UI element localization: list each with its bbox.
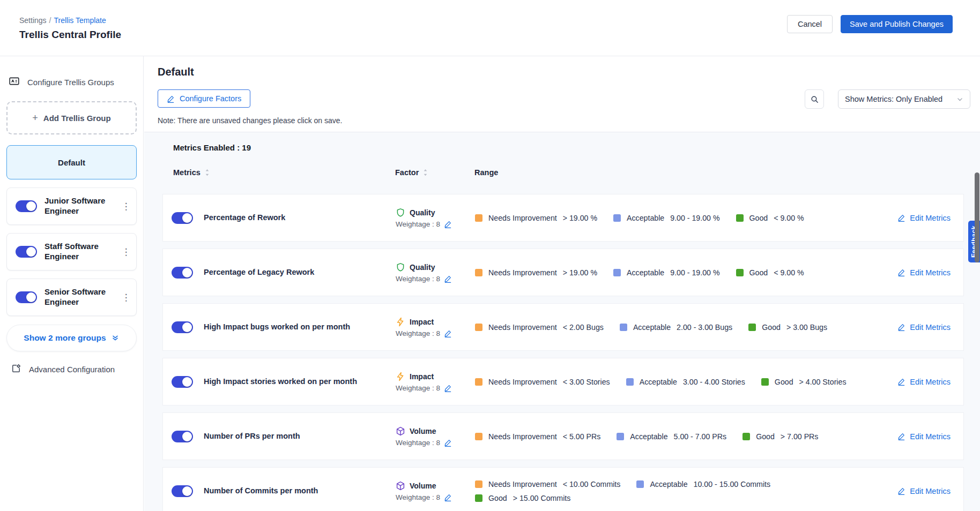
weightage-label: Weightage : 8 xyxy=(396,220,440,228)
metrics-table-area: Metrics Enabled : 19 Metrics Factor Rang… xyxy=(144,132,980,511)
group-name: Junior Software Engineer xyxy=(44,196,113,216)
kebab-menu-icon[interactable]: ⋮ xyxy=(120,202,132,211)
edit-metrics-link[interactable]: Edit Metrics xyxy=(897,432,951,441)
sort-factor-icon[interactable] xyxy=(423,169,428,176)
edit-metrics-link[interactable]: Edit Metrics xyxy=(897,268,951,277)
edit-metrics-link[interactable]: Edit Metrics xyxy=(897,487,951,495)
range-label: Needs Improvement xyxy=(488,480,557,489)
edit-weightage-icon[interactable] xyxy=(444,275,452,283)
range-chip-acceptable: Acceptable10.00 - 15.00 Commits xyxy=(636,480,770,489)
metric-name: Number of Commits per month xyxy=(204,486,318,496)
metric-toggle[interactable] xyxy=(172,212,193,224)
add-trellis-group-button[interactable]: + Add Trellis Group xyxy=(6,101,137,134)
plus-icon: + xyxy=(32,112,38,124)
impact-icon xyxy=(396,372,405,381)
vertical-scrollbar[interactable] xyxy=(975,172,979,262)
advanced-configuration-label: Advanced Configuration xyxy=(29,365,115,374)
quality-icon xyxy=(396,262,405,272)
acceptable-swatch xyxy=(626,378,634,386)
metric-name: High Impact stories worked on per month xyxy=(204,377,357,387)
needs_improvement-swatch xyxy=(475,433,482,440)
configure-factors-button[interactable]: Configure Factors xyxy=(158,89,250,108)
edit-weightage-icon[interactable] xyxy=(444,329,452,337)
edit-metrics-link[interactable]: Edit Metrics xyxy=(897,378,951,386)
range-label: Acceptable xyxy=(640,378,677,386)
search-button[interactable] xyxy=(805,89,824,109)
show-metrics-dropdown[interactable]: Show Metrics: Only Enabled xyxy=(838,89,970,109)
range-label: Good xyxy=(488,494,507,502)
edit-weightage-icon[interactable] xyxy=(444,493,452,501)
sidebar-group-card[interactable]: Senior Software Engineer ⋮ xyxy=(6,279,137,316)
edit-metrics-link[interactable]: Edit Metrics xyxy=(897,323,951,332)
needs_improvement-swatch xyxy=(475,324,482,331)
metric-toggle[interactable] xyxy=(172,267,193,279)
acceptable-swatch xyxy=(613,269,621,276)
range-value: > 3.00 Bugs xyxy=(786,323,827,332)
column-metrics: Metrics xyxy=(173,168,201,177)
range-chip-needs_improvement: Needs Improvement< 5.00 PRs xyxy=(475,432,600,441)
range-label: Needs Improvement xyxy=(488,268,557,277)
range-value: < 5.00 PRs xyxy=(563,432,601,441)
range-chip-good: Good> 4.00 Stories xyxy=(761,378,847,386)
volume-icon xyxy=(396,426,405,436)
range-value: > 7.00 PRs xyxy=(781,432,819,441)
range-chip-needs_improvement: Needs Improvement< 3.00 Stories xyxy=(475,378,610,386)
range-value: < 10.00 Commits xyxy=(563,480,621,489)
group-list: Junior Software Engineer ⋮ Staff Softwar… xyxy=(6,187,137,316)
group-toggle[interactable] xyxy=(16,291,37,303)
edit-metrics-label: Edit Metrics xyxy=(910,378,951,386)
factor-name: Quality xyxy=(410,263,435,272)
range-value: < 9.00 % xyxy=(774,214,804,222)
metric-toggle[interactable] xyxy=(172,321,193,333)
range-cell: Needs Improvement< 3.00 StoriesAcceptabl… xyxy=(475,378,882,386)
range-value: > 19.00 % xyxy=(563,268,597,277)
edit-weightage-icon[interactable] xyxy=(444,384,452,392)
edit-metrics-label: Edit Metrics xyxy=(910,487,951,495)
edit-metrics-label: Edit Metrics xyxy=(910,268,951,277)
range-value: 10.00 - 15.00 Commits xyxy=(694,480,771,489)
kebab-menu-icon[interactable]: ⋮ xyxy=(120,293,132,302)
weightage-label: Weightage : 8 xyxy=(396,275,440,283)
range-label: Good xyxy=(762,323,781,332)
show-more-groups-button[interactable]: Show 2 more groups xyxy=(6,325,137,351)
kebab-menu-icon[interactable]: ⋮ xyxy=(120,247,132,257)
metric-name: Percentage of Rework xyxy=(204,213,285,223)
good-swatch xyxy=(475,494,482,502)
edit-weightage-icon[interactable] xyxy=(444,220,452,228)
range-chip-needs_improvement: Needs Improvement< 2.00 Bugs xyxy=(475,323,604,332)
range-label: Acceptable xyxy=(627,268,664,277)
impact-icon xyxy=(396,317,405,327)
group-toggle[interactable] xyxy=(16,200,37,212)
sidebar-group-card[interactable]: Junior Software Engineer ⋮ xyxy=(6,187,137,225)
edit-metrics-label: Edit Metrics xyxy=(910,214,951,222)
weightage-label: Weightage : 8 xyxy=(396,384,440,392)
range-chip-good: Good> 3.00 Bugs xyxy=(748,323,827,332)
sort-metrics-icon[interactable] xyxy=(205,169,210,176)
range-cell: Needs Improvement> 19.00 %Acceptable9.00… xyxy=(475,214,882,222)
acceptable-swatch xyxy=(617,433,624,440)
range-value: < 9.00 % xyxy=(774,268,804,277)
metric-toggle[interactable] xyxy=(172,485,193,497)
sidebar-section-title: Configure Trellis Groups xyxy=(27,78,114,87)
cancel-button[interactable]: Cancel xyxy=(787,15,833,33)
edit-weightage-icon[interactable] xyxy=(444,439,452,447)
table-row: Number of Commits per month Volume Weigh… xyxy=(162,467,964,511)
range-chip-good: Good< 9.00 % xyxy=(736,268,804,277)
acceptable-swatch xyxy=(636,480,644,488)
range-cell: Needs Improvement> 19.00 %Acceptable9.00… xyxy=(475,268,882,277)
breadcrumb-settings[interactable]: Settings xyxy=(19,16,47,25)
edit-metrics-link[interactable]: Edit Metrics xyxy=(897,214,951,222)
metric-toggle[interactable] xyxy=(172,376,193,388)
breadcrumb-trellis-template[interactable]: Trellis Template xyxy=(54,16,106,25)
table-row: Percentage of Legacy Rework Quality Weig… xyxy=(162,249,964,296)
metric-name: Number of PRs per month xyxy=(204,431,300,441)
metric-toggle[interactable] xyxy=(172,431,193,442)
sidebar-item-default[interactable]: Default xyxy=(6,145,137,179)
range-label: Good xyxy=(749,214,768,222)
range-chip-acceptable: Acceptable9.00 - 19.00 % xyxy=(613,268,719,277)
group-toggle[interactable] xyxy=(16,246,37,258)
advanced-configuration-button[interactable]: Advanced Configuration xyxy=(11,363,137,375)
range-label: Good xyxy=(749,268,768,277)
sidebar-group-card[interactable]: Staff Software Engineer ⋮ xyxy=(6,233,137,270)
save-publish-button[interactable]: Save and Publish Changes xyxy=(841,15,953,33)
